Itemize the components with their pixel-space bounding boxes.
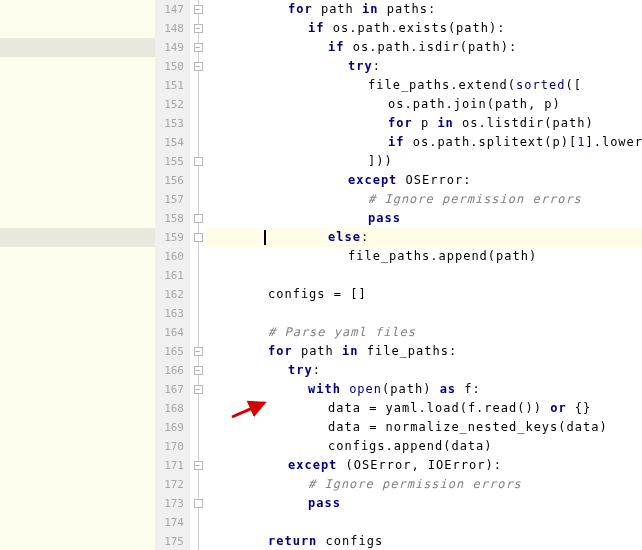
token-op: ( (337, 458, 353, 472)
token-kw: in (362, 2, 378, 16)
fold-close-icon[interactable] (194, 499, 203, 508)
code-line[interactable]: except (OSError, IOError): (206, 456, 642, 475)
code-line[interactable]: file_paths.extend(sorted([ (206, 76, 642, 95)
token-name: path (390, 382, 423, 396)
fold-cell[interactable] (190, 513, 206, 532)
code-line[interactable]: file_paths.append(path) (206, 247, 642, 266)
code-line[interactable]: # Ignore permission errors (206, 190, 642, 209)
code-line[interactable]: for path in file_paths: (206, 342, 642, 361)
code-line[interactable]: # Parse yaml files (206, 323, 642, 342)
fold-open-icon[interactable] (194, 43, 203, 52)
fold-open-icon[interactable] (194, 5, 203, 14)
fold-cell[interactable] (190, 114, 206, 133)
line-number: 153 (155, 114, 184, 133)
fold-cell[interactable] (190, 380, 206, 399)
code-line[interactable]: for p in os.listdir(path) (206, 114, 642, 133)
token-op (324, 21, 332, 35)
code-line[interactable]: if os.path.splitext(p)[1].lower() in ('.… (206, 133, 642, 152)
fold-cell[interactable] (190, 323, 206, 342)
fold-cell[interactable] (190, 266, 206, 285)
code-line[interactable]: if os.path.exists(path): (206, 19, 642, 38)
code-editor[interactable]: 1471481491501511521531541551561571581591… (0, 0, 642, 550)
token-op: = (361, 420, 386, 434)
code-line[interactable] (206, 304, 642, 323)
fold-cell[interactable] (190, 532, 206, 550)
code-line[interactable] (206, 266, 642, 285)
fold-open-icon[interactable] (194, 461, 203, 470)
fold-cell[interactable] (190, 437, 206, 456)
line-number: 149 (155, 38, 184, 57)
fold-gutter[interactable] (190, 0, 206, 550)
code-line[interactable] (206, 513, 642, 532)
token-name: file_paths (368, 78, 450, 92)
fold-cell[interactable] (190, 57, 206, 76)
token-op (341, 382, 349, 396)
token-fn: normalize_nested_keys (386, 420, 559, 434)
fold-open-icon[interactable] (194, 62, 203, 71)
fold-open-icon[interactable] (194, 347, 203, 356)
code-line[interactable]: data = yaml.load(f.read()) or {} (206, 399, 642, 418)
fold-cell[interactable] (190, 475, 206, 494)
code-line[interactable]: os.path.join(path, p) (206, 95, 642, 114)
fold-cell[interactable] (190, 133, 206, 152)
token-op (344, 40, 352, 54)
fold-close-icon[interactable] (194, 157, 203, 166)
fold-cell[interactable] (190, 76, 206, 95)
fold-cell[interactable] (190, 418, 206, 437)
token-op (293, 344, 301, 358)
code-line[interactable]: with open(path) as f: (206, 380, 642, 399)
text-caret (264, 230, 266, 245)
fold-cell[interactable] (190, 209, 206, 228)
fold-open-icon[interactable] (194, 366, 203, 375)
token-op: )[ (561, 135, 577, 149)
fold-cell[interactable] (190, 361, 206, 380)
token-op (359, 344, 367, 358)
token-op: ): (485, 458, 501, 472)
code-line[interactable]: configs = [] (206, 285, 642, 304)
line-number: 166 (155, 361, 184, 380)
code-line[interactable]: pass (206, 494, 642, 513)
fold-cell[interactable] (190, 38, 206, 57)
code-line[interactable]: except OSError: (206, 171, 642, 190)
code-line[interactable]: for path in paths: (206, 0, 642, 19)
fold-cell[interactable] (190, 152, 206, 171)
fold-cell[interactable] (190, 19, 206, 38)
token-op: . (479, 116, 487, 130)
fold-open-icon[interactable] (194, 385, 203, 394)
fold-cell[interactable] (190, 95, 206, 114)
fold-cell[interactable] (190, 304, 206, 323)
fold-cell[interactable] (190, 494, 206, 513)
code-line[interactable]: try: (206, 361, 642, 380)
token-op: : (428, 2, 436, 16)
fold-cell[interactable] (190, 399, 206, 418)
fold-cell[interactable] (190, 228, 206, 247)
fold-cell[interactable] (190, 171, 206, 190)
fold-cell[interactable] (190, 285, 206, 304)
code-line[interactable]: else: (206, 228, 642, 247)
fold-cell[interactable] (190, 0, 206, 19)
token-op: ( (460, 40, 468, 54)
code-line[interactable]: try: (206, 57, 642, 76)
code-line[interactable]: pass (206, 209, 642, 228)
fold-close-icon[interactable] (194, 214, 203, 223)
token-op: : (313, 363, 321, 377)
token-name: paths (387, 2, 428, 16)
code-line[interactable]: return configs (206, 532, 642, 550)
code-line[interactable]: configs.append(data) (206, 437, 642, 456)
code-line[interactable]: if os.path.isdir(path): (206, 38, 642, 57)
fold-open-icon[interactable] (194, 24, 203, 33)
fold-cell[interactable] (190, 456, 206, 475)
code-line[interactable]: ])) (206, 152, 642, 171)
line-number: 172 (155, 475, 184, 494)
fold-cell[interactable] (190, 190, 206, 209)
token-fn: append (394, 439, 443, 453)
fold-cell[interactable] (190, 342, 206, 361)
code-area[interactable]: for path in paths:if os.path.exists(path… (206, 0, 642, 550)
code-line[interactable]: data = normalize_nested_keys(data) (206, 418, 642, 437)
fold-close-icon[interactable] (194, 233, 203, 242)
change-column (0, 0, 155, 550)
line-number: 167 (155, 380, 184, 399)
token-name: data (328, 420, 361, 434)
code-line[interactable]: # Ignore permission errors (206, 475, 642, 494)
fold-cell[interactable] (190, 247, 206, 266)
